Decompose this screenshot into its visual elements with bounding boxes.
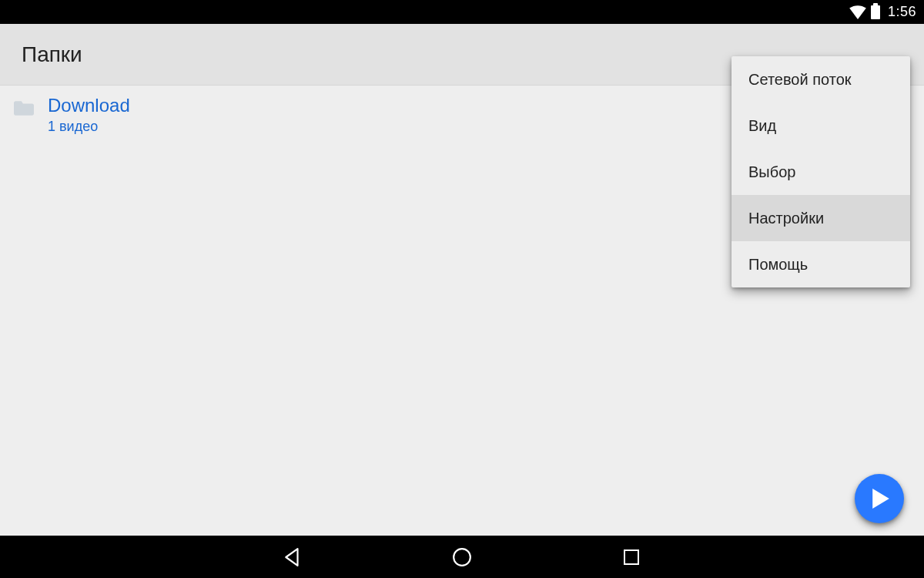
folder-texts: Download 1 видео (48, 95, 130, 135)
folder-subtitle: 1 видео (48, 119, 130, 135)
play-fab[interactable] (855, 474, 904, 523)
nav-back-button[interactable] (281, 546, 304, 569)
page-title: Папки (22, 42, 82, 67)
menu-item-label: Сетевой поток (748, 71, 852, 89)
menu-item-settings[interactable]: Настройки (732, 195, 910, 241)
menu-item-select[interactable]: Выбор (732, 149, 910, 195)
overflow-menu: Сетевой поток Вид Выбор Настройки Помощь (732, 56, 910, 287)
home-icon (452, 547, 472, 567)
menu-item-label: Настройки (748, 210, 824, 227)
nav-home-button[interactable] (450, 546, 474, 569)
battery-icon (871, 5, 880, 19)
menu-item-label: Помощь (748, 256, 808, 274)
menu-item-view[interactable]: Вид (732, 102, 910, 149)
svg-rect-1 (624, 550, 638, 564)
back-icon (283, 547, 303, 567)
svg-point-0 (454, 549, 470, 566)
menu-item-network-stream[interactable]: Сетевой поток (732, 56, 910, 102)
navigation-bar (0, 536, 924, 578)
status-clock: 1:56 (888, 4, 916, 20)
screen: 1:56 Папки Download 1 видео (0, 0, 924, 578)
menu-item-label: Вид (748, 117, 776, 135)
recents-icon (622, 548, 641, 566)
folder-name: Download (48, 95, 130, 117)
nav-recents-button[interactable] (620, 546, 643, 569)
menu-item-help[interactable]: Помощь (732, 241, 910, 287)
menu-item-label: Выбор (748, 163, 795, 181)
status-bar: 1:56 (0, 0, 924, 24)
app-area: Папки Download 1 видео (0, 24, 924, 536)
wifi-icon (849, 5, 866, 19)
play-icon (869, 489, 889, 509)
folder-icon (14, 99, 34, 116)
